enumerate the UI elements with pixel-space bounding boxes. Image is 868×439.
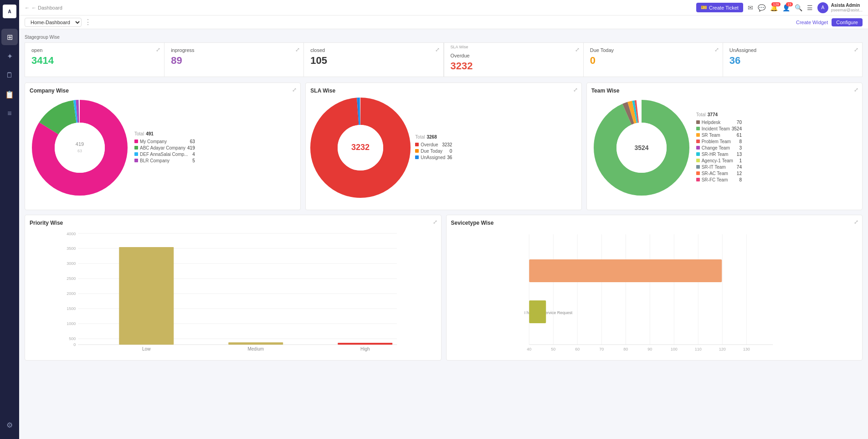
user-profile[interactable]: A Asista Admin pseemai@asist... [817,2,863,13]
section-label-stagegroup: Stagegroup Wise [25,35,863,40]
legend-item-incident: Incident Team3524 [696,126,742,131]
legend-item-change: Change Team3 [696,145,742,150]
donut-svg-company: 419 63 [30,98,130,198]
servicetype-chart-svg: 40 50 60 70 80 90 100 110 120 130 [451,230,858,353]
chart-card-servicetype: Sevicetype Wise ⤢ 40 50 60 70 80 90 100 … [446,215,863,361]
donut-svg-team: 3524 [591,98,692,198]
svg-text:3000: 3000 [67,261,76,266]
topbar-title: ← Dashboard [31,5,62,10]
sidebar-icon-star[interactable]: ✦ [1,48,18,64]
svg-text:3232: 3232 [351,143,370,152]
stat-card-due-today: Due Today 0 ⤢ [584,42,723,77]
bottom-row: Priority Wise ⤢ 4000 3500 3000 2500 2000… [25,215,863,361]
user-details: Asista Admin pseemai@asist... [831,3,863,12]
user-count-icon[interactable]: 👤19 [782,4,790,11]
dashboard-select[interactable]: Home-Dashboard [25,18,82,27]
donut-svg-sla: 3232 [310,98,411,198]
stat-cards: open 3414 ⤢ inprogress 89 ⤢ closed 105 ⤢… [25,42,863,77]
stat-card-overdue: SLA Wise Overdue 3232 ⤢ [444,42,584,77]
expand-icon-due-today[interactable]: ⤢ [714,46,719,53]
stat-value-open: 3414 [31,55,158,67]
stat-card-open: open 3414 ⤢ [25,42,164,77]
legend-item-srit: SR-IT Team74 [696,165,742,170]
legend-item-sr: SR Team61 [696,133,742,138]
svg-point-4 [55,123,105,173]
configure-button[interactable]: Configure [832,18,863,26]
donut-container-team: 3524 Total3774 Helpdesk70 Incident Team3… [591,98,858,198]
sidebar-icon-settings[interactable]: ⚙ [1,417,18,433]
legend-item-srfc: SR-FC Team8 [696,177,742,182]
message-icon[interactable]: ✉ [748,4,753,11]
expand-icon-company[interactable]: ⤢ [292,87,297,93]
avatar: A [817,2,828,13]
chart-card-priority: Priority Wise ⤢ 4000 3500 3000 2500 2000… [25,215,442,361]
expand-icon-priority[interactable]: ⤢ [433,219,437,225]
svg-text:2500: 2500 [67,276,76,281]
search-icon[interactable]: 🔍 [795,4,802,11]
ticket-icon: 🎫 [701,5,707,10]
chart-title-sla: SLA Wise [310,88,576,94]
expand-icon-unassigned[interactable]: ⤢ [854,46,858,53]
legend-item-srac: SR-AC Team12 [696,171,742,176]
stat-label-inprogress: inprogress [171,47,297,53]
create-widget-button[interactable]: Create Widget [796,18,828,26]
topbar: ← ← Dashboard 🎫 Create Ticket ✉ 💬 🔔128 👤… [19,0,868,15]
stat-card-inprogress: inprogress 89 ⤢ [164,42,304,77]
stat-card-unassigned: UnAssigned 36 ⤢ [723,42,863,77]
chart-title-servicetype: Sevicetype Wise [451,220,858,226]
expand-icon-closed[interactable]: ⤢ [435,46,440,53]
notification-icon[interactable]: 🔔128 [770,4,778,11]
legend-total-team: Total3774 [696,112,742,117]
expand-icon-sla[interactable]: ⤢ [573,87,578,93]
svg-text:60: 60 [575,347,580,351]
legend-company: Total491 My Company 63 ABC Adayar Compan… [134,131,195,165]
legend-item-overdue: Overdue 3232 [415,142,452,147]
expand-icon-open[interactable]: ⤢ [156,46,160,53]
legend-item-agency: Agency-1 Team1 [696,158,742,163]
chat-icon[interactable]: 💬 [758,4,765,11]
svg-text:419: 419 [76,141,84,147]
svg-text:130: 130 [743,347,750,351]
chart-card-company: Company Wise ⤢ 419 63 [25,83,301,210]
stat-value-overdue: 3232 [451,60,577,72]
svg-text:110: 110 [694,347,701,351]
menu-icon[interactable]: ☰ [807,4,813,11]
svg-text:1500: 1500 [67,306,76,311]
main-content: Stagegroup Wise open 3414 ⤢ inprogress 8… [19,29,868,439]
expand-icon-team[interactable]: ⤢ [854,87,858,93]
sidebar-icon-dashboard[interactable]: ⊞ [1,29,18,45]
svg-rect-64 [529,259,722,282]
sidebar-icon-tickets[interactable]: 🗒 [1,67,18,83]
sidebar: A ⊞ ✦ 🗒 📋 ≡ ⚙ [0,0,19,439]
back-button[interactable]: ← ← Dashboard [25,5,62,10]
svg-text:0: 0 [73,342,76,347]
donut-container-sla: 3232 Total3268 Overdue 3232 Due Today 0 [310,98,576,198]
chart-title-team: Team Wise [591,88,858,94]
stat-card-closed: closed 105 ⤢ [304,42,443,77]
svg-text:100: 100 [670,347,677,351]
stat-value-due-today: 0 [590,55,716,67]
expand-icon-inprogress[interactable]: ⤢ [295,46,300,53]
more-options-icon[interactable]: ⋮ [84,18,92,26]
stat-label-open: open [31,47,158,53]
legend-item-def: DEF AnnaSalai Comp... 4 [134,152,195,157]
legend-item-srhr: SR-HR Team13 [696,152,742,157]
svg-text:70: 70 [599,347,604,351]
svg-text:80: 80 [623,347,628,351]
donut-container-company: 419 63 Total491 My Company 63 ABC Adayar… [30,98,296,198]
sidebar-icon-reports[interactable]: 📋 [1,86,18,103]
stat-label-overdue: Overdue [451,53,577,58]
secondbar: Home-Dashboard ⋮ Create Widget Configure [19,15,868,29]
stat-label-due-today: Due Today [590,47,716,53]
svg-rect-38 [338,343,392,345]
sidebar-icon-menu[interactable]: ≡ [1,105,18,122]
expand-icon-overdue[interactable]: ⤢ [575,46,580,53]
legend-total-company: Total491 [134,131,195,136]
stat-label-unassigned: UnAssigned [729,47,856,53]
create-ticket-button[interactable]: 🎫 Create Ticket [696,3,743,12]
legend-item-helpdesk: Helpdesk70 [696,120,742,125]
legend-total-sla: Total3268 [415,134,452,139]
stat-label-closed: closed [310,47,437,53]
svg-rect-36 [119,247,174,345]
expand-icon-servicetype[interactable]: ⤢ [854,219,858,225]
